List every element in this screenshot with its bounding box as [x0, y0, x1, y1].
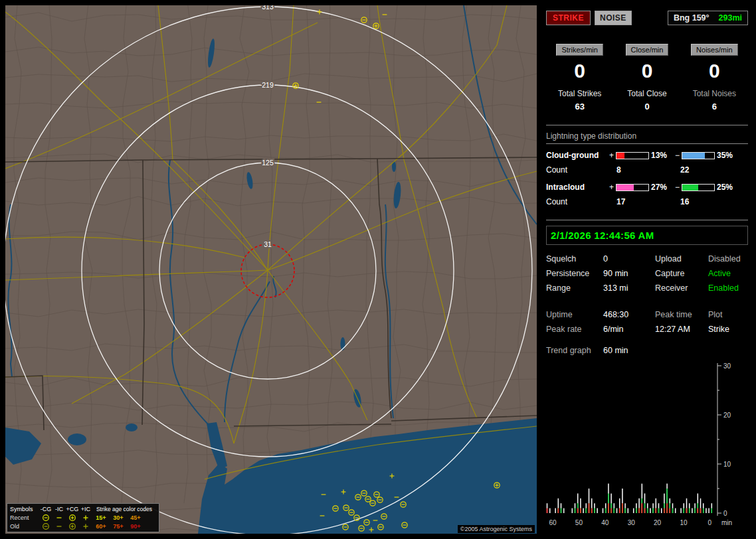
age-code-30: 30+	[110, 514, 127, 521]
minus-sign: −	[673, 183, 682, 192]
settings-grid: Squelch 0 Upload Disabled Persistence 90…	[546, 254, 748, 293]
squelch-label: Squelch	[546, 254, 603, 264]
count-label: Count	[546, 197, 607, 206]
svg-text:30: 30	[628, 519, 636, 526]
range-ring-label: 219	[262, 81, 274, 89]
age-code-75: 75+	[110, 523, 127, 530]
age-code-45: 45+	[127, 514, 144, 521]
upload-label: Upload	[655, 254, 708, 264]
noise-mode-button[interactable]: NOISE	[595, 11, 632, 25]
uptime-label: Uptime	[546, 310, 603, 319]
map-legend: Symbols -CG -IC +CG +IC Strike age color…	[7, 503, 159, 532]
peak-rate-label: Peak rate	[546, 325, 603, 334]
range-ring-label: 125	[262, 159, 274, 167]
peak-rate-value: 6/min	[603, 325, 655, 334]
control-panel: STRIKE NOISE Bng 159° 293mi Strikes/min …	[542, 5, 751, 534]
strike-mode-button[interactable]: STRIKE	[546, 11, 591, 25]
plus-sign: +	[607, 183, 616, 192]
total-strikes-value: 63	[546, 102, 613, 112]
range-ring-label: 313	[262, 5, 274, 11]
total-strikes: Total Strikes 63	[546, 89, 613, 112]
divider	[546, 125, 748, 125]
age-code-90: 90+	[127, 523, 144, 530]
uptime-value: 468:30	[603, 310, 655, 319]
bearing-value: Bng 159°	[674, 13, 709, 23]
cloud-ground-label: Cloud-ground	[546, 151, 607, 160]
cg-plus-pct: 13%	[649, 151, 673, 160]
receiver-status: Enabled	[708, 283, 748, 293]
map-canvas: 31321912531	[5, 5, 537, 534]
legend-age-header: Strike age color codes	[92, 506, 156, 512]
svg-text:20: 20	[723, 412, 731, 419]
peak-time-label: Peak time	[655, 310, 708, 319]
cg-minus-bar	[682, 152, 715, 159]
close-per-min-label: Close/min	[626, 44, 669, 56]
range-label: Range	[546, 283, 603, 293]
cg-minus-pct: 35%	[715, 151, 739, 160]
legend-recent-label: Recent	[10, 514, 39, 521]
intracloud-count-row: Count 17 16	[546, 197, 748, 206]
plus-icon	[79, 514, 92, 522]
strikes-per-min-meter: Strikes/min 0	[546, 44, 613, 82]
age-code-60: 60+	[92, 523, 110, 530]
noises-per-min-value: 0	[681, 60, 748, 82]
plus-sign: +	[607, 151, 616, 160]
legend-type-ncg: -CG	[39, 506, 52, 512]
minus-icon	[52, 514, 66, 522]
circle-plus-icon	[66, 522, 79, 530]
persistence-label: Persistence	[546, 269, 603, 278]
capture-status: Active	[708, 269, 748, 278]
total-noises: Total Noises 6	[681, 89, 748, 112]
capture-label: Capture	[655, 269, 708, 278]
legend-type-pic: +IC	[79, 506, 92, 512]
count-label: Count	[546, 165, 607, 175]
trend-graph: 30201006050403020100min	[546, 359, 748, 530]
legend-header-row: Symbols -CG -IC +CG +IC Strike age color…	[10, 504, 156, 513]
divider	[546, 220, 748, 220]
intracloud-row: Intracloud + 27% − 25%	[546, 183, 748, 192]
svg-text:0: 0	[723, 510, 727, 517]
plot-value: Strike	[708, 325, 748, 334]
minus-sign: −	[673, 151, 682, 160]
cloud-ground-count-row: Count 8 22	[546, 165, 748, 175]
legend-symbols-header: Symbols	[10, 506, 39, 512]
cg-plus-bar	[616, 152, 649, 159]
squelch-value: 0	[603, 254, 655, 264]
range-ring-label: 31	[264, 240, 272, 248]
age-code-15: 15+	[92, 514, 110, 521]
legend-old-row: Old 60+ 75+ 90+	[10, 522, 156, 530]
circle-plus-icon	[66, 514, 79, 522]
svg-text:50: 50	[575, 519, 583, 526]
ic-minus-bar	[682, 184, 715, 191]
ic-minus-pct: 25%	[715, 183, 739, 192]
close-per-min-meter: Close/min 0	[613, 44, 680, 82]
ic-plus-count: 17	[616, 197, 680, 206]
cg-minus-count: 22	[680, 165, 689, 175]
svg-text:40: 40	[601, 519, 609, 526]
svg-text:min: min	[721, 519, 732, 526]
strikes-per-min-label: Strikes/min	[556, 44, 603, 56]
mode-row: STRIKE NOISE Bng 159° 293mi	[546, 11, 748, 25]
strikes-per-min-value: 0	[546, 60, 613, 82]
copyright-text: ©2005 Astrogenic Systems	[458, 525, 535, 533]
legend-old-label: Old	[10, 523, 39, 530]
close-per-min-value: 0	[613, 60, 680, 82]
total-noises-value: 6	[681, 102, 748, 112]
peak-time-value: 12:27 AM	[655, 325, 708, 334]
totals-row: Total Strikes 63 Total Close 0 Total Noi…	[546, 89, 748, 112]
stats-grid: Uptime 468:30 Peak time Plot Peak rate 6…	[546, 310, 748, 334]
noises-per-min-label: Noises/min	[691, 44, 737, 56]
trend-graph-label: Trend graph	[546, 346, 603, 355]
upload-status: Disabled	[708, 254, 748, 264]
legend-type-pcg: +CG	[66, 506, 79, 512]
svg-text:30: 30	[723, 362, 731, 370]
stormvue-app: 31321912531 Symbols -CG -IC +CG +IC Stri…	[0, 0, 756, 539]
svg-text:10: 10	[723, 461, 731, 468]
legend-recent-row: Recent 15+ 30+ 45+	[10, 513, 156, 522]
legend-type-nic: -IC	[52, 506, 66, 512]
receiver-label: Receiver	[655, 283, 708, 293]
lightning-map: 31321912531 Symbols -CG -IC +CG +IC Stri…	[5, 5, 537, 534]
trend-header: Trend graph 60 min	[546, 346, 748, 355]
noises-per-min-meter: Noises/min 0	[681, 44, 748, 82]
total-close-label: Total Close	[613, 89, 680, 98]
